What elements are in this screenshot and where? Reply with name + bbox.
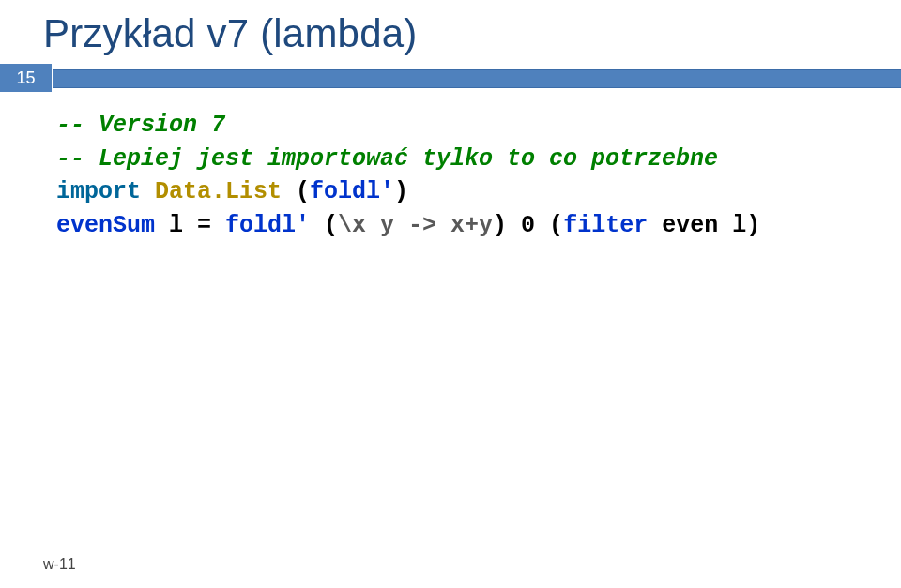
code-fn-foldl-2: foldl' <box>225 212 310 239</box>
page-number-badge: 15 <box>0 64 52 92</box>
code-lambda: \x y -> x+y <box>338 212 493 239</box>
code-comment-1: -- Version 7 <box>56 112 225 139</box>
code-tail: even l) <box>648 212 760 239</box>
slide: Przykład v7 (lambda) 15 -- Version 7 -- … <box>0 0 901 588</box>
code-after-lambda: ) 0 ( <box>493 212 563 239</box>
header-bar-fill <box>53 69 901 88</box>
header-bar: 15 <box>0 64 901 92</box>
footer-label: w-11 <box>43 556 76 573</box>
slide-title: Przykład v7 (lambda) <box>0 0 901 64</box>
code-fn-evensum: evenSum <box>56 212 155 239</box>
code-comment-2: -- Lepiej jest importować tylko to co po… <box>56 145 718 173</box>
code-paren-close-1: ) <box>394 178 408 205</box>
code-filter: filter <box>563 212 648 239</box>
code-paren-open-1: ( <box>282 178 310 205</box>
code-block: -- Version 7 -- Lepiej jest importować t… <box>0 109 901 242</box>
code-paren-open-2: ( <box>310 212 338 239</box>
code-fn-foldl: foldl' <box>310 178 394 205</box>
code-eq: l = <box>155 212 225 239</box>
code-keyword-import: import <box>56 178 141 205</box>
code-module: Data.List <box>141 178 282 205</box>
